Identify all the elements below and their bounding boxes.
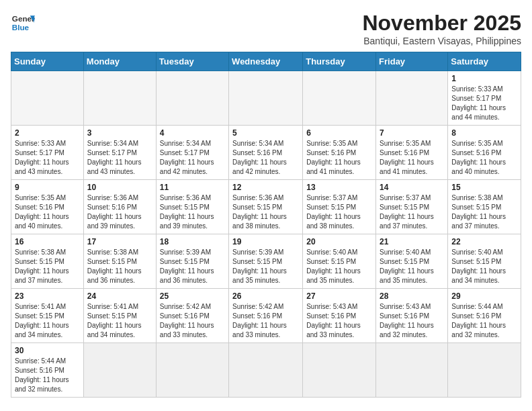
calendar-table: SundayMondayTuesdayWednesdayThursdayFrid… xyxy=(11,52,521,398)
day-number: 25 xyxy=(160,291,225,301)
calendar-cell xyxy=(156,71,228,126)
day-info: Sunrise: 5:37 AM Sunset: 5:15 PM Dayligh… xyxy=(380,193,444,231)
title-block: November 2025 Bantiqui, Eastern Visayas,… xyxy=(362,11,521,46)
day-number: 15 xyxy=(451,183,517,192)
calendar-cell: 26Sunrise: 5:42 AM Sunset: 5:16 PM Dayli… xyxy=(229,289,303,343)
day-number: 11 xyxy=(160,183,225,192)
week-row-1: 2Sunrise: 5:33 AM Sunset: 5:17 PM Daylig… xyxy=(11,126,521,180)
day-number: 9 xyxy=(15,183,80,192)
calendar-cell: 3Sunrise: 5:34 AM Sunset: 5:17 PM Daylig… xyxy=(83,126,156,180)
day-number: 28 xyxy=(380,291,444,301)
day-info: Sunrise: 5:37 AM Sunset: 5:15 PM Dayligh… xyxy=(306,193,372,231)
day-info: Sunrise: 5:35 AM Sunset: 5:16 PM Dayligh… xyxy=(15,193,80,231)
calendar-cell: 15Sunrise: 5:38 AM Sunset: 5:15 PM Dayli… xyxy=(448,180,521,234)
calendar-cell: 16Sunrise: 5:38 AM Sunset: 5:15 PM Dayli… xyxy=(11,234,84,289)
day-number: 5 xyxy=(232,128,299,138)
calendar-cell: 5Sunrise: 5:34 AM Sunset: 5:16 PM Daylig… xyxy=(229,126,303,180)
day-number: 10 xyxy=(87,183,152,192)
day-info: Sunrise: 5:38 AM Sunset: 5:15 PM Dayligh… xyxy=(15,248,80,285)
day-info: Sunrise: 5:36 AM Sunset: 5:15 PM Dayligh… xyxy=(232,193,299,231)
weekday-header-tuesday: Tuesday xyxy=(156,52,228,71)
calendar-cell: 10Sunrise: 5:36 AM Sunset: 5:16 PM Dayli… xyxy=(83,180,156,234)
day-number: 8 xyxy=(451,128,517,138)
calendar-cell: 2Sunrise: 5:33 AM Sunset: 5:17 PM Daylig… xyxy=(11,126,84,180)
day-number: 4 xyxy=(160,128,225,138)
calendar-cell: 23Sunrise: 5:41 AM Sunset: 5:15 PM Dayli… xyxy=(11,289,84,343)
weekday-header-row: SundayMondayTuesdayWednesdayThursdayFrid… xyxy=(11,52,521,71)
day-info: Sunrise: 5:41 AM Sunset: 5:15 PM Dayligh… xyxy=(15,302,80,340)
calendar-cell: 20Sunrise: 5:40 AM Sunset: 5:15 PM Dayli… xyxy=(303,234,376,289)
calendar-cell: 8Sunrise: 5:35 AM Sunset: 5:16 PM Daylig… xyxy=(448,126,521,180)
calendar-cell: 21Sunrise: 5:40 AM Sunset: 5:15 PM Dayli… xyxy=(376,234,448,289)
day-info: Sunrise: 5:42 AM Sunset: 5:16 PM Dayligh… xyxy=(160,302,225,340)
day-info: Sunrise: 5:40 AM Sunset: 5:15 PM Dayligh… xyxy=(306,248,372,285)
day-info: Sunrise: 5:33 AM Sunset: 5:17 PM Dayligh… xyxy=(15,139,80,177)
day-number: 27 xyxy=(306,291,372,301)
calendar-cell xyxy=(229,71,303,126)
day-info: Sunrise: 5:42 AM Sunset: 5:16 PM Dayligh… xyxy=(232,302,299,340)
day-info: Sunrise: 5:36 AM Sunset: 5:16 PM Dayligh… xyxy=(87,193,152,231)
calendar-cell xyxy=(376,343,448,398)
day-number: 13 xyxy=(306,183,372,192)
day-info: Sunrise: 5:39 AM Sunset: 5:15 PM Dayligh… xyxy=(232,248,299,285)
day-number: 2 xyxy=(15,128,80,138)
calendar-cell: 11Sunrise: 5:36 AM Sunset: 5:15 PM Dayli… xyxy=(156,180,228,234)
day-number: 16 xyxy=(15,237,80,246)
calendar-cell xyxy=(229,343,303,398)
week-row-5: 30Sunrise: 5:44 AM Sunset: 5:16 PM Dayli… xyxy=(11,343,521,398)
calendar-cell: 19Sunrise: 5:39 AM Sunset: 5:15 PM Dayli… xyxy=(229,234,303,289)
calendar-cell: 18Sunrise: 5:39 AM Sunset: 5:15 PM Dayli… xyxy=(156,234,228,289)
day-info: Sunrise: 5:43 AM Sunset: 5:16 PM Dayligh… xyxy=(306,302,372,340)
day-info: Sunrise: 5:43 AM Sunset: 5:16 PM Dayligh… xyxy=(380,302,444,340)
calendar-cell: 1Sunrise: 5:33 AM Sunset: 5:17 PM Daylig… xyxy=(448,71,521,126)
calendar-cell xyxy=(448,343,521,398)
week-row-3: 16Sunrise: 5:38 AM Sunset: 5:15 PM Dayli… xyxy=(11,234,521,289)
day-number: 26 xyxy=(232,291,299,301)
calendar-cell: 29Sunrise: 5:44 AM Sunset: 5:16 PM Dayli… xyxy=(448,289,521,343)
logo-icon: General Blue xyxy=(11,11,35,35)
calendar-cell: 27Sunrise: 5:43 AM Sunset: 5:16 PM Dayli… xyxy=(303,289,376,343)
calendar-cell: 28Sunrise: 5:43 AM Sunset: 5:16 PM Dayli… xyxy=(376,289,448,343)
day-number: 3 xyxy=(87,128,152,138)
calendar-cell xyxy=(156,343,228,398)
day-number: 17 xyxy=(87,237,152,246)
weekday-header-wednesday: Wednesday xyxy=(229,52,303,71)
calendar-cell: 9Sunrise: 5:35 AM Sunset: 5:16 PM Daylig… xyxy=(11,180,84,234)
day-number: 24 xyxy=(87,291,152,301)
day-number: 18 xyxy=(160,237,225,246)
calendar-cell: 4Sunrise: 5:34 AM Sunset: 5:17 PM Daylig… xyxy=(156,126,228,180)
day-number: 20 xyxy=(306,237,372,246)
day-number: 30 xyxy=(15,346,80,355)
svg-text:Blue: Blue xyxy=(12,23,30,32)
calendar-cell: 14Sunrise: 5:37 AM Sunset: 5:15 PM Dayli… xyxy=(376,180,448,234)
day-number: 29 xyxy=(451,291,517,301)
day-number: 19 xyxy=(232,237,299,246)
day-number: 23 xyxy=(15,291,80,301)
day-info: Sunrise: 5:34 AM Sunset: 5:17 PM Dayligh… xyxy=(160,139,225,177)
calendar-cell: 6Sunrise: 5:35 AM Sunset: 5:16 PM Daylig… xyxy=(303,126,376,180)
day-number: 21 xyxy=(380,237,444,246)
calendar-cell: 12Sunrise: 5:36 AM Sunset: 5:15 PM Dayli… xyxy=(229,180,303,234)
calendar-cell xyxy=(83,343,156,398)
weekday-header-thursday: Thursday xyxy=(303,52,376,71)
calendar-cell xyxy=(303,343,376,398)
day-info: Sunrise: 5:35 AM Sunset: 5:16 PM Dayligh… xyxy=(380,139,444,177)
day-info: Sunrise: 5:44 AM Sunset: 5:16 PM Dayligh… xyxy=(15,357,80,394)
calendar-cell: 24Sunrise: 5:41 AM Sunset: 5:15 PM Dayli… xyxy=(83,289,156,343)
day-info: Sunrise: 5:38 AM Sunset: 5:15 PM Dayligh… xyxy=(87,248,152,285)
svg-text:General: General xyxy=(12,14,35,23)
week-row-2: 9Sunrise: 5:35 AM Sunset: 5:16 PM Daylig… xyxy=(11,180,521,234)
day-info: Sunrise: 5:38 AM Sunset: 5:15 PM Dayligh… xyxy=(451,193,517,231)
weekday-header-monday: Monday xyxy=(83,52,156,71)
day-number: 12 xyxy=(232,183,299,192)
location: Bantiqui, Eastern Visayas, Philippines xyxy=(362,36,521,46)
logo: General Blue xyxy=(11,11,35,35)
day-info: Sunrise: 5:35 AM Sunset: 5:16 PM Dayligh… xyxy=(306,139,372,177)
day-number: 22 xyxy=(451,237,517,246)
calendar-cell: 13Sunrise: 5:37 AM Sunset: 5:15 PM Dayli… xyxy=(303,180,376,234)
day-info: Sunrise: 5:34 AM Sunset: 5:16 PM Dayligh… xyxy=(232,139,299,177)
day-info: Sunrise: 5:40 AM Sunset: 5:15 PM Dayligh… xyxy=(380,248,444,285)
weekday-header-friday: Friday xyxy=(376,52,448,71)
calendar-cell xyxy=(11,71,84,126)
calendar-cell xyxy=(83,71,156,126)
